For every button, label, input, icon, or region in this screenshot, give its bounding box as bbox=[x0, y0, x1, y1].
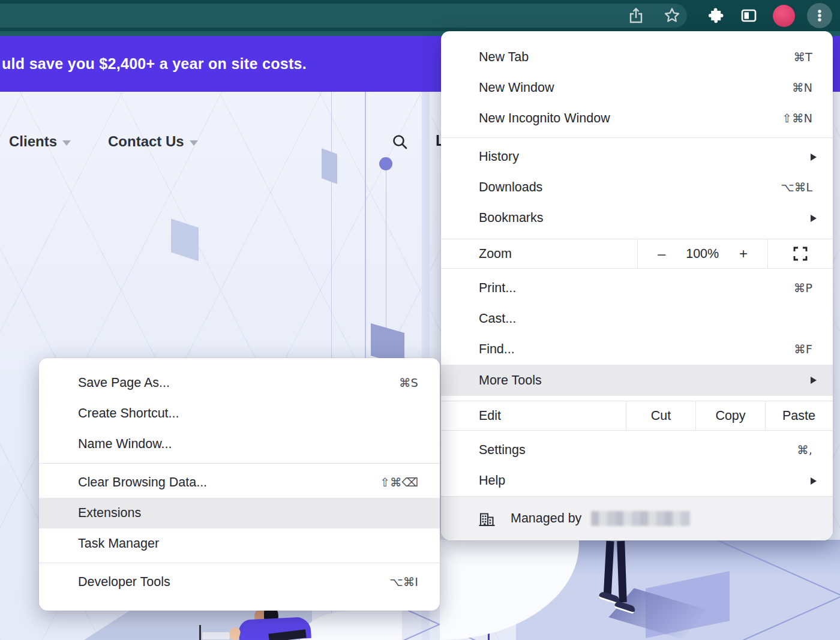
menu-item-create-shortcut[interactable]: Create Shortcut... bbox=[39, 398, 440, 429]
shortcut: ⌥⌘L bbox=[781, 181, 812, 194]
menu-label: Zoom bbox=[479, 247, 512, 262]
shortcut: ⌘P bbox=[794, 281, 812, 295]
nav-label: Clients bbox=[9, 133, 57, 150]
decor-parallelogram bbox=[171, 219, 199, 262]
managed-by-org-redacted bbox=[591, 511, 690, 526]
menu-divider bbox=[39, 563, 440, 563]
promo-banner-text: uld save you $2,400+ a year on site cost… bbox=[0, 55, 307, 73]
organization-building-icon bbox=[477, 509, 496, 528]
shortcut: ⌥⌘I bbox=[389, 575, 418, 589]
menu-item-cast[interactable]: Cast... bbox=[441, 304, 833, 334]
zoom-label-cell: Zoom bbox=[441, 239, 638, 268]
menu-label: New Incognito Window bbox=[479, 111, 610, 126]
extensions-puzzle-icon[interactable] bbox=[706, 6, 725, 25]
menu-zoom-row: Zoom – 100% + bbox=[441, 239, 833, 269]
address-bar[interactable] bbox=[0, 4, 687, 28]
managed-by-footer: Managed by bbox=[441, 496, 833, 540]
menu-item-find[interactable]: Find... ⌘F bbox=[441, 334, 833, 365]
nav-item-clients[interactable]: Clients bbox=[9, 133, 71, 150]
shortcut: ⇧⌘⌫ bbox=[380, 476, 418, 489]
submenu-arrow-icon bbox=[811, 215, 817, 222]
browser-toolbar bbox=[0, 0, 840, 31]
shortcut: ⌘T bbox=[794, 50, 812, 64]
menu-divider bbox=[441, 137, 833, 138]
submenu-arrow-icon bbox=[811, 154, 817, 161]
search-icon[interactable] bbox=[391, 133, 409, 154]
shortcut: ⌘S bbox=[399, 376, 418, 390]
menu-item-save-page-as[interactable]: Save Page As... ⌘S bbox=[39, 368, 440, 398]
menu-label: New Window bbox=[479, 80, 554, 95]
fullscreen-icon bbox=[791, 245, 809, 263]
chevron-down-icon bbox=[190, 140, 198, 146]
menu-label: Help bbox=[479, 473, 505, 488]
nav-label: Contact Us bbox=[108, 133, 184, 150]
fullscreen-button[interactable] bbox=[768, 239, 833, 268]
menu-label: Edit bbox=[479, 408, 501, 423]
menu-label: Copy bbox=[715, 408, 745, 423]
browser-menu-button[interactable] bbox=[807, 3, 832, 28]
chrome-menu: New Tab ⌘T New Window ⌘N New Incognito W… bbox=[441, 31, 833, 540]
paste-button[interactable]: Paste bbox=[766, 401, 832, 430]
zoom-value: 100% bbox=[686, 247, 719, 262]
decor-pole bbox=[199, 625, 201, 640]
more-tools-submenu: Save Page As... ⌘S Create Shortcut... Na… bbox=[39, 358, 440, 611]
menu-item-bookmarks[interactable]: Bookmarks bbox=[441, 203, 833, 233]
menu-label: Settings bbox=[479, 443, 526, 458]
submenu-arrow-icon bbox=[811, 477, 817, 485]
nav-item-contact-us[interactable]: Contact Us bbox=[108, 133, 198, 150]
submenu-arrow-icon bbox=[811, 377, 817, 384]
menu-label: Bookmarks bbox=[479, 211, 544, 226]
menu-item-extensions[interactable]: Extensions bbox=[39, 498, 440, 528]
menu-item-new-window[interactable]: New Window ⌘N bbox=[441, 73, 833, 103]
shortcut: ⌘F bbox=[794, 342, 812, 356]
shortcut: ⇧⌘N bbox=[782, 112, 812, 125]
menu-label: Save Page As... bbox=[78, 375, 170, 390]
menu-label: Cast... bbox=[479, 311, 516, 326]
menu-label: Print... bbox=[479, 281, 516, 296]
share-icon[interactable] bbox=[626, 6, 646, 25]
menu-item-downloads[interactable]: Downloads ⌥⌘L bbox=[441, 172, 833, 203]
menu-item-new-tab[interactable]: New Tab ⌘T bbox=[441, 42, 833, 73]
menu-item-name-window[interactable]: Name Window... bbox=[39, 429, 440, 459]
menu-edit-row: Edit Cut Copy Paste bbox=[441, 401, 833, 431]
cut-button[interactable]: Cut bbox=[626, 401, 696, 430]
zoom-controls-cell: – 100% + bbox=[638, 239, 768, 268]
menu-item-more-tools[interactable]: More Tools bbox=[441, 365, 833, 396]
menu-label: Name Window... bbox=[78, 437, 172, 452]
menu-item-history[interactable]: History bbox=[441, 142, 833, 172]
zoom-in-button[interactable]: + bbox=[739, 245, 748, 262]
menu-label: Paste bbox=[782, 408, 815, 423]
shortcut: ⌘, bbox=[797, 443, 812, 457]
menu-divider bbox=[39, 463, 440, 464]
menu-item-clear-browsing-data[interactable]: Clear Browsing Data... ⇧⌘⌫ bbox=[39, 467, 440, 498]
copy-button[interactable]: Copy bbox=[696, 401, 766, 430]
menu-label: Extensions bbox=[78, 506, 141, 521]
menu-item-developer-tools[interactable]: Developer Tools ⌥⌘I bbox=[39, 567, 440, 597]
screen: Clients Contact Us L uld save you $2,400… bbox=[0, 0, 840, 640]
menu-item-new-incognito-window[interactable]: New Incognito Window ⇧⌘N bbox=[441, 103, 833, 134]
decor-dot bbox=[379, 157, 392, 170]
menu-item-task-manager[interactable]: Task Manager bbox=[39, 528, 440, 559]
menu-label: Cut bbox=[651, 408, 671, 423]
menu-label: New Tab bbox=[479, 50, 529, 65]
managed-by-label: Managed by bbox=[511, 511, 581, 526]
menu-label: History bbox=[479, 149, 519, 164]
menu-label: Clear Browsing Data... bbox=[78, 475, 207, 490]
menu-item-help[interactable]: Help bbox=[441, 465, 833, 496]
profile-avatar[interactable] bbox=[773, 5, 795, 27]
side-panel-icon[interactable] bbox=[739, 6, 758, 25]
menu-label: Downloads bbox=[479, 180, 542, 195]
menu-label: Find... bbox=[479, 342, 515, 357]
menu-item-settings[interactable]: Settings ⌘, bbox=[441, 435, 833, 465]
chevron-down-icon bbox=[62, 140, 71, 146]
edit-label-cell: Edit bbox=[441, 401, 626, 430]
bookmark-star-icon[interactable] bbox=[662, 6, 682, 25]
menu-dots-icon bbox=[810, 6, 829, 25]
decor-gray-object bbox=[202, 632, 230, 640]
decor-parallelogram bbox=[322, 148, 337, 184]
shortcut: ⌘N bbox=[792, 81, 812, 95]
menu-item-print[interactable]: Print... ⌘P bbox=[441, 273, 833, 304]
zoom-out-button[interactable]: – bbox=[658, 245, 665, 262]
menu-label: Create Shortcut... bbox=[78, 406, 179, 421]
menu-label: Developer Tools bbox=[78, 575, 170, 590]
